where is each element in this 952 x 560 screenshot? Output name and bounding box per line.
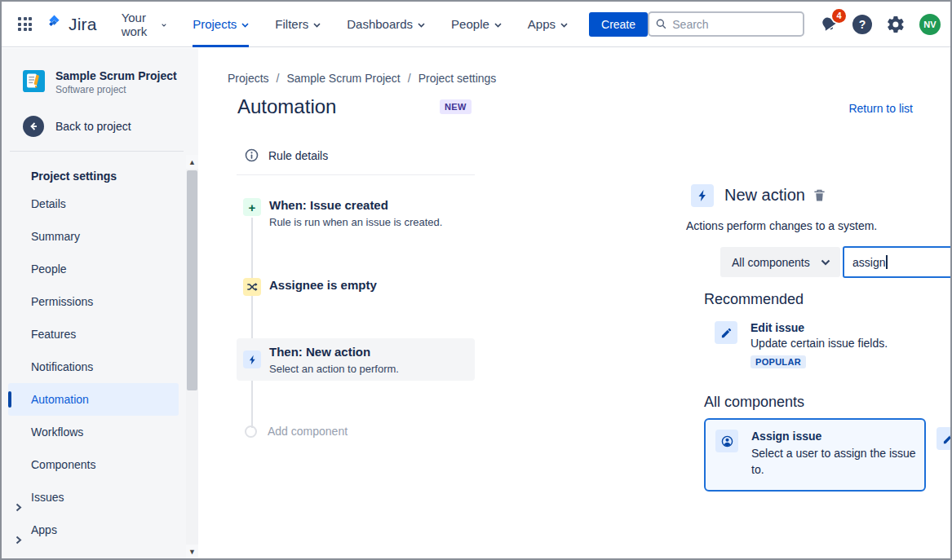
nav-people[interactable]: People xyxy=(451,2,502,47)
recommended-edit-issue[interactable]: Edit issue Update certain issue fields. … xyxy=(715,321,888,368)
plus-icon: + xyxy=(243,198,261,216)
create-button[interactable]: Create xyxy=(589,12,648,37)
edit-issue-card[interactable]: Edit issue Update certain issue fields. xyxy=(937,427,952,456)
sidebar-item-people[interactable]: People xyxy=(8,253,179,285)
add-component-button[interactable]: Add component xyxy=(245,425,348,438)
app-switcher-icon[interactable] xyxy=(18,17,32,31)
chevron-down-icon xyxy=(494,23,502,28)
step-connector-line xyxy=(251,218,253,428)
page-title: Automation xyxy=(237,95,336,118)
jira-logo-icon xyxy=(45,13,64,35)
return-to-list-link[interactable]: Return to list xyxy=(848,102,913,115)
nav-projects[interactable]: Projects xyxy=(193,2,249,47)
recommended-heading: Recommended xyxy=(704,291,804,308)
chevron-down-icon xyxy=(418,23,425,28)
sidebar-menu: Details Summary People Permissions Featu… xyxy=(2,187,198,546)
nav-dashboards[interactable]: Dashboards xyxy=(347,2,425,47)
pencil-icon xyxy=(715,321,737,344)
jira-logo[interactable]: Jira xyxy=(45,13,97,35)
breadcrumb-projects[interactable]: Projects xyxy=(228,72,269,85)
add-component-circle-icon xyxy=(245,426,257,438)
chevron-down-icon xyxy=(162,23,166,28)
scrollbar-up-button[interactable]: ▲ xyxy=(186,155,198,169)
panel-description: Actions perform changes to a system. xyxy=(686,219,877,232)
sidebar-divider xyxy=(10,151,184,152)
scrollbar-thumb[interactable] xyxy=(187,170,197,390)
sidebar-item-notifications[interactable]: Notifications xyxy=(8,351,179,383)
lightning-icon xyxy=(691,184,714,207)
user-icon xyxy=(715,430,738,452)
text-cursor xyxy=(886,255,888,269)
chevron-down-icon xyxy=(821,259,830,266)
nav-your-work[interactable]: Your work xyxy=(122,2,167,47)
pencil-icon xyxy=(937,427,952,450)
trash-icon xyxy=(813,189,826,202)
settings-button[interactable] xyxy=(886,15,906,34)
sidebar-item-components[interactable]: Components xyxy=(8,448,179,481)
nav-filters[interactable]: Filters xyxy=(275,2,321,47)
sidebar-item-summary[interactable]: Summary xyxy=(8,220,179,253)
project-name: Sample Scrum Project xyxy=(55,69,177,82)
search-box[interactable] xyxy=(648,11,804,37)
project-settings-sidebar: Sample Scrum Project Software project Ba… xyxy=(2,48,198,558)
new-action-panel: New action Actions perform changes to a … xyxy=(684,180,952,560)
chevron-down-icon xyxy=(560,23,568,28)
panel-title: New action xyxy=(724,186,805,205)
branch-condition-icon xyxy=(243,278,261,296)
project-header: Sample Scrum Project Software project xyxy=(23,69,185,95)
back-to-project-button[interactable]: Back to project xyxy=(23,116,185,137)
search-input[interactable] xyxy=(672,18,796,31)
notification-count-badge: 4 xyxy=(832,9,846,23)
sidebar-item-features[interactable]: Features xyxy=(8,318,179,351)
chevron-down-icon xyxy=(241,23,249,28)
delete-action-button[interactable] xyxy=(813,189,826,205)
popular-badge: POPULAR xyxy=(751,355,806,368)
sidebar-item-workflows[interactable]: Workflows xyxy=(8,416,179,448)
sidebar-item-permissions[interactable]: Permissions xyxy=(8,285,179,318)
assign-issue-card[interactable]: Assign issue Select a user to assign the… xyxy=(704,418,926,492)
lightning-icon xyxy=(243,351,261,368)
action-search-input[interactable]: assign xyxy=(843,246,952,278)
chevron-right-icon xyxy=(15,524,22,557)
gear-icon xyxy=(886,15,906,34)
search-icon xyxy=(656,18,666,30)
all-components-heading: All components xyxy=(704,394,804,411)
profile-button[interactable]: NV xyxy=(919,14,941,35)
scrollbar-down-button[interactable]: ▼ xyxy=(186,545,198,558)
sidebar-item-apps[interactable]: Apps xyxy=(8,514,179,546)
rule-builder: Rule details + When: Issue created Rule … xyxy=(237,144,475,503)
main-content: Projects / Sample Scrum Project / Projec… xyxy=(198,48,950,558)
top-navigation-bar: Jira Your work Projects Filters Dashboar… xyxy=(2,2,950,47)
trigger-step[interactable]: + When: Issue created Rule is run when a… xyxy=(243,198,442,228)
top-icons: 4 ? NV xyxy=(819,14,941,35)
new-badge: NEW xyxy=(440,99,472,114)
notifications-button[interactable]: 4 xyxy=(819,15,839,34)
sidebar-scrollbar[interactable]: ▲ ▼ xyxy=(186,155,198,558)
info-icon xyxy=(245,148,259,162)
components-filter-dropdown[interactable]: All components xyxy=(720,247,840,277)
back-arrow-icon xyxy=(23,116,44,137)
jira-window: Jira Your work Projects Filters Dashboar… xyxy=(0,0,952,560)
sidebar-item-automation[interactable]: Automation xyxy=(8,383,179,416)
help-icon: ? xyxy=(852,15,872,34)
primary-nav: Your work Projects Filters Dashboards Pe… xyxy=(122,2,568,47)
breadcrumb-project-settings[interactable]: Project settings xyxy=(418,72,497,85)
project-avatar xyxy=(23,70,45,95)
project-type: Software project xyxy=(55,84,177,95)
sidebar-item-issues[interactable]: Issues xyxy=(8,481,179,514)
breadcrumb-project[interactable]: Sample Scrum Project xyxy=(286,72,400,85)
breadcrumb: Projects / Sample Scrum Project / Projec… xyxy=(228,72,496,85)
nav-apps[interactable]: Apps xyxy=(528,2,568,47)
sidebar-section-title: Project settings xyxy=(31,170,198,183)
user-avatar: NV xyxy=(919,14,941,35)
action-step-selected[interactable]: Then: New action Select an action to per… xyxy=(237,338,475,381)
condition-step[interactable]: Assignee is empty xyxy=(243,278,377,296)
sidebar-item-details[interactable]: Details xyxy=(8,187,179,220)
rule-details-step[interactable]: Rule details xyxy=(245,148,328,162)
help-button[interactable]: ? xyxy=(852,15,872,34)
chevron-down-icon xyxy=(313,23,321,28)
jira-wordmark: Jira xyxy=(69,15,97,34)
rule-divider xyxy=(237,174,475,175)
